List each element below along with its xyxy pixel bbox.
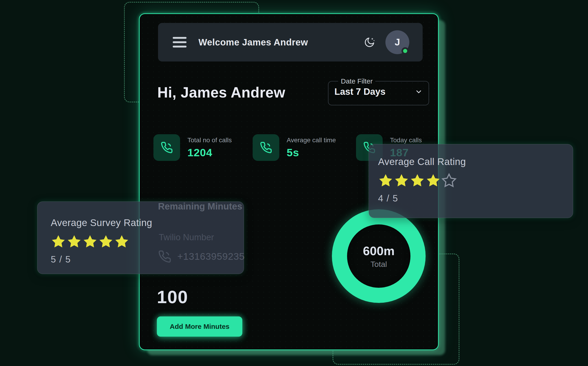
date-filter-value: Last 7 Days <box>334 86 385 97</box>
star-filled-icon <box>51 234 66 249</box>
stat-average-call-time: Average call time 5s <box>253 134 336 161</box>
phone-call-icon <box>153 134 180 161</box>
moon-stars-icon <box>363 36 376 48</box>
dark-mode-toggle[interactable] <box>363 36 376 48</box>
avatar[interactable]: J <box>385 30 409 54</box>
star-filled-icon <box>394 173 409 188</box>
online-status-dot <box>401 47 409 55</box>
survey-rating-caption: 5 / 5 <box>51 254 244 265</box>
call-rating-caption: 4 / 5 <box>378 193 573 204</box>
appbar-actions: J <box>363 30 409 54</box>
average-call-rating-card: Average Call Rating 4 / 5 <box>369 144 573 218</box>
donut-center-label: Total <box>370 260 387 269</box>
phone-call-icon <box>253 134 279 161</box>
page-greeting: Hi, James Andrew <box>157 85 285 100</box>
app-header: Welcome James Andrew J <box>158 23 423 61</box>
survey-rating-title: Average Survey Rating <box>51 217 244 228</box>
date-filter-select[interactable]: Date Filter Last 7 Days <box>328 77 429 105</box>
remaining-minutes-value: 100 <box>157 287 188 307</box>
survey-star-rating <box>51 234 244 249</box>
stat-value: 1204 <box>188 146 232 159</box>
star-filled-icon <box>98 234 113 249</box>
hamburger-bar <box>173 41 187 43</box>
stat-label: Average call time <box>287 137 336 144</box>
stat-value: 5s <box>287 146 336 159</box>
total-minutes-donut-chart: 600m Total <box>332 209 426 303</box>
call-rating-title: Average Call Rating <box>378 156 573 167</box>
star-filled-icon <box>82 234 98 249</box>
chevron-down-icon <box>415 88 423 96</box>
star-filled-icon <box>378 173 393 188</box>
stat-text: Total no of calls 1204 <box>188 137 232 159</box>
welcome-title: Welcome James Andrew <box>198 37 308 47</box>
stat-label: Total no of calls <box>188 137 232 144</box>
donut-center-value: 600m <box>363 244 395 258</box>
avatar-initial: J <box>395 37 400 48</box>
average-survey-rating-card: Average Survey Rating 5 / 5 <box>37 201 244 274</box>
hamburger-bar <box>173 46 187 47</box>
date-filter-label: Date Filter <box>338 77 375 85</box>
hamburger-bar <box>173 37 187 39</box>
stat-label: Today calls <box>390 137 422 144</box>
call-star-rating <box>378 173 573 188</box>
star-filled-icon <box>426 173 441 188</box>
star-filled-icon <box>114 234 129 249</box>
star-filled-icon <box>67 234 82 249</box>
add-more-minutes-button[interactable]: Add More Minutes <box>157 316 242 337</box>
star-outline-icon <box>441 173 457 188</box>
stat-total-calls: Total no of calls 1204 <box>153 134 232 161</box>
stat-text: Average call time 5s <box>287 137 336 159</box>
date-filter-row: Last 7 Days <box>334 86 423 97</box>
hamburger-menu-icon[interactable] <box>173 37 187 47</box>
star-filled-icon <box>410 173 425 188</box>
